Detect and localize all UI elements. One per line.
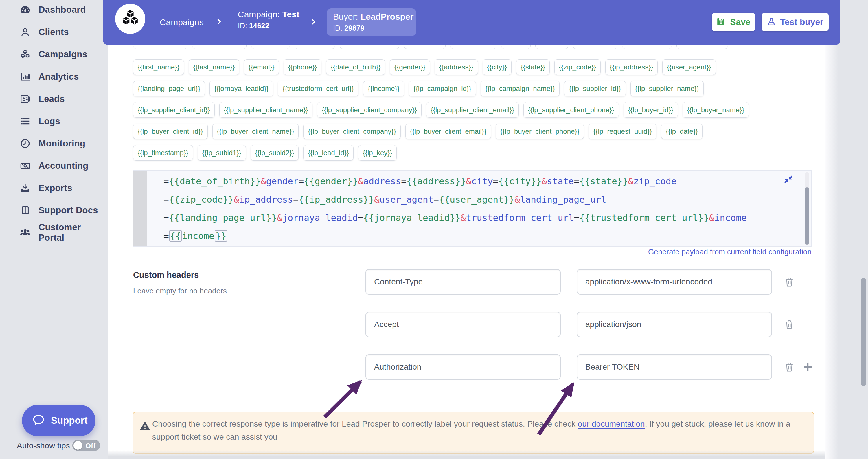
field-tag[interactable]: {{lp_campaign_name}} — [480, 81, 560, 96]
sidebar-item-clients[interactable]: Clients — [0, 21, 107, 43]
delete-header-button[interactable] — [784, 276, 795, 287]
custom-headers-subtitle: Leave empty for no headers — [133, 286, 227, 296]
clipped-tag — [133, 45, 187, 49]
sidebar-item-logs[interactable]: Logs — [0, 110, 107, 132]
field-tag[interactable]: {{lp_timestamp}} — [133, 145, 193, 161]
code-token: income — [714, 212, 747, 223]
add-header-button[interactable] — [802, 362, 813, 372]
code-token: & — [541, 176, 547, 186]
code-line: ={{zip_code}}&ip_address={{ip_address}}&… — [163, 190, 791, 209]
page-scrollbar-thumb[interactable] — [861, 278, 866, 386]
sidebar-item-monitoring[interactable]: Monitoring — [0, 132, 107, 155]
field-tag[interactable]: {{lp_buyer_client_phone}} — [496, 124, 584, 139]
field-tag[interactable]: {{date_of_birth}} — [326, 59, 385, 75]
breadcrumb-campaigns[interactable]: Campaigns — [160, 18, 204, 27]
header-value-input[interactable] — [577, 312, 772, 337]
field-tag[interactable]: {{lp_buyer_client_name}} — [212, 124, 299, 139]
sidebar-item-dashboard[interactable]: Dashboard — [0, 0, 107, 21]
logo[interactable] — [115, 4, 145, 34]
field-tag[interactable]: {{state}} — [516, 59, 550, 75]
header-name-input[interactable] — [365, 312, 561, 337]
field-tag[interactable]: {{lp_lead_id}} — [303, 145, 353, 161]
support-button[interactable]: Support — [22, 405, 95, 436]
field-tag[interactable]: {{last_name}} — [189, 59, 239, 75]
sidebar-item-support-docs[interactable]: Support Docs — [0, 199, 107, 221]
analytics-icon — [20, 71, 31, 82]
buyer-name: LeadProsper — [361, 12, 413, 22]
generate-payload-link[interactable]: Generate payload from current field conf… — [133, 247, 812, 256]
test-buyer-button[interactable]: Test buyer — [762, 13, 829, 31]
sidebar-item-analytics[interactable]: Analytics — [0, 65, 107, 88]
field-tag[interactable]: {{email}} — [244, 59, 279, 75]
sidebar-item-campaigns[interactable]: Campaigns — [0, 43, 107, 65]
collapse-editor-button[interactable] — [783, 175, 793, 184]
field-tag[interactable]: {{lp_supplier_client_company}} — [317, 102, 421, 118]
accounting-icon — [20, 160, 31, 171]
field-tag[interactable]: {{lp_key}} — [358, 145, 397, 161]
code-token: state — [547, 176, 574, 186]
field-tag[interactable]: {{city}} — [483, 59, 512, 75]
documentation-link[interactable]: our documentation — [578, 419, 645, 429]
field-tag[interactable]: {{lp_supplier_client_email}} — [426, 102, 519, 118]
field-tag[interactable]: {{lp_buyer_client_email}} — [405, 124, 491, 139]
field-tag[interactable]: {{lp_supplier_client_name}} — [219, 102, 313, 118]
field-tag[interactable]: {{lp_subid1}} — [197, 145, 246, 161]
sidebar-item-customer-portal[interactable]: Customer Portal — [0, 221, 107, 244]
field-tag[interactable]: {{phone}} — [283, 59, 321, 75]
tips-toggle[interactable]: Off — [72, 440, 100, 451]
collapse-icon — [783, 181, 793, 185]
breadcrumb-campaign[interactable]: Campaign: Test ID: 14622 — [238, 9, 300, 30]
code-token: jornaya_leadid — [282, 212, 358, 223]
text-cursor — [228, 231, 229, 241]
campaign-prefix: Campaign: — [238, 9, 280, 19]
warning-text-before: Choosing the correct response type is im… — [152, 419, 578, 428]
field-tag[interactable]: {{lp_request_uuid}} — [589, 124, 656, 139]
breadcrumb-buyer-active[interactable]: Buyer: LeadProsper ID: 29879 — [327, 8, 416, 36]
custom-headers-title: Custom headers — [133, 270, 227, 280]
buyer-id: 29879 — [344, 24, 365, 32]
field-tag[interactable]: {{address}} — [435, 59, 478, 75]
header-value-input[interactable] — [577, 354, 772, 380]
field-tag[interactable]: {{trustedform_cert_url}} — [278, 81, 359, 96]
save-button[interactable]: Save — [712, 13, 755, 31]
field-tag[interactable]: {{lp_supplier_client_phone}} — [523, 102, 619, 118]
field-tag[interactable]: {{user_agent}} — [662, 59, 715, 75]
field-tag[interactable]: {{zip_code}} — [554, 59, 601, 75]
field-tag[interactable]: {{lp_buyer_client_company}} — [303, 124, 400, 139]
header-value-input[interactable] — [577, 269, 772, 295]
clipped-tag — [340, 45, 399, 49]
field-tag[interactable]: {{income}} — [363, 81, 404, 96]
field-tag[interactable]: {{first_name}} — [133, 59, 184, 75]
field-tag[interactable]: {{lp_buyer_client_id}} — [133, 124, 208, 139]
sidebar-item-leads[interactable]: Leads — [0, 88, 107, 110]
field-tag[interactable]: {{lp_buyer_name}} — [683, 102, 749, 118]
delete-header-button[interactable] — [784, 319, 795, 330]
header-name-input[interactable] — [365, 354, 561, 380]
sidebar-item-accounting[interactable]: Accounting — [0, 155, 107, 177]
field-tag[interactable]: {{lp_campaign_id}} — [409, 81, 476, 96]
payload-editor[interactable]: ={{date_of_birth}}&gender={{gender}}&add… — [133, 171, 812, 247]
field-tag[interactable]: {{lp_supplier_id}} — [564, 81, 625, 96]
code-token: {{zip_code}} — [169, 194, 234, 205]
field-tag[interactable]: {{lp_supplier_name}} — [630, 81, 704, 96]
editor-scrollbar-thumb[interactable] — [805, 187, 809, 245]
exports-icon — [20, 183, 31, 194]
chat-bubble-icon — [32, 413, 45, 428]
field-tag[interactable]: {{lp_date}} — [661, 124, 703, 139]
field-tag[interactable]: {{ip_address}} — [605, 59, 658, 75]
code-token: & — [515, 194, 520, 205]
header-name-input[interactable] — [365, 269, 561, 295]
campaign-id-prefix: ID: — [238, 22, 247, 30]
sidebar-item-exports[interactable]: Exports — [0, 177, 107, 199]
code-token: = — [401, 176, 406, 186]
field-tag[interactable]: {{lp_buyer_id}} — [623, 102, 678, 118]
campaign-id: 14622 — [249, 22, 269, 30]
field-tag[interactable]: {{gender}} — [390, 59, 430, 75]
field-tag[interactable]: {{lp_subid2}} — [251, 145, 299, 161]
field-tag[interactable]: {{lp_supplier_client_id}} — [133, 102, 215, 118]
field-tag[interactable]: {{jornaya_leadid}} — [210, 81, 273, 96]
field-tag[interactable]: {{landing_page_url}} — [133, 81, 205, 96]
delete-header-button[interactable] — [784, 362, 795, 372]
code-token: {{ip_address}} — [299, 194, 374, 205]
code-token: income — [182, 231, 214, 241]
